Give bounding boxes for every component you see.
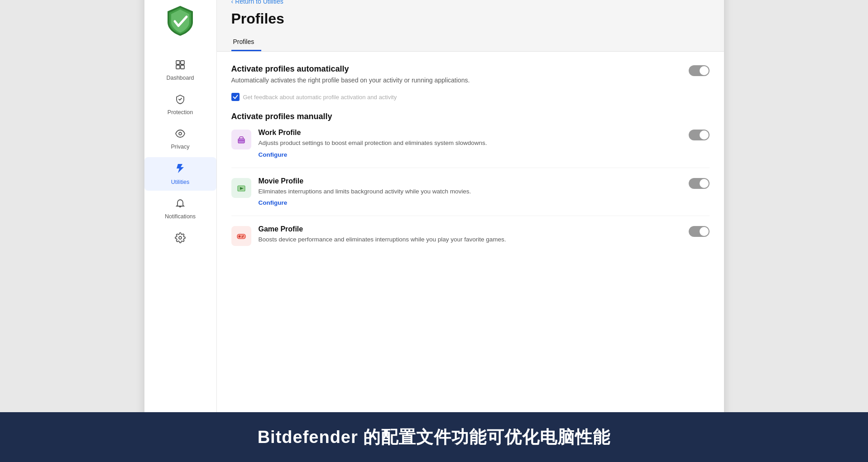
sidebar-item-notifications[interactable]: Notifications bbox=[144, 192, 216, 225]
main-header: ‹ Return to Utilities Profiles Profiles bbox=[217, 0, 724, 52]
feedback-checkbox-row: Get feedback about automatic profile act… bbox=[231, 93, 710, 101]
app-logo bbox=[162, 2, 198, 40]
game-profile-icon bbox=[231, 226, 251, 246]
sidebar-utilities-label: Utilities bbox=[171, 179, 189, 185]
auto-activate-title: Activate profiles automatically bbox=[231, 64, 680, 74]
sidebar-dashboard-label: Dashboard bbox=[166, 75, 194, 81]
sidebar-privacy-label: Privacy bbox=[171, 144, 190, 150]
movie-configure-link[interactable]: Configure bbox=[259, 199, 288, 206]
sidebar-item-dashboard[interactable]: Dashboard bbox=[144, 54, 216, 87]
svg-point-5 bbox=[179, 236, 182, 239]
sidebar-item-protection[interactable]: Protection bbox=[144, 88, 216, 121]
auto-activate-desc: Automatically activates the right profil… bbox=[231, 77, 680, 84]
movie-profile-toggle[interactable] bbox=[689, 178, 710, 189]
movie-profile-text: Movie Profile Eliminates interruptions a… bbox=[259, 177, 681, 207]
work-profile-icon bbox=[231, 130, 251, 149]
movie-profile-name: Movie Profile bbox=[259, 177, 681, 185]
content-area: Activate profiles automatically Automati… bbox=[217, 52, 724, 424]
page-title: Profiles bbox=[231, 10, 710, 27]
movie-profile-desc: Eliminates interruptions and limits back… bbox=[259, 187, 681, 196]
sidebar-nav: Dashboard Protection bbox=[144, 54, 216, 250]
work-profile-row: Work Profile Adjusts product settings to… bbox=[231, 129, 710, 168]
game-profile-name: Game Profile bbox=[259, 225, 681, 233]
privacy-icon bbox=[175, 128, 186, 141]
sidebar-protection-label: Protection bbox=[168, 109, 193, 116]
sidebar-item-settings[interactable] bbox=[144, 227, 216, 250]
movie-profile-row: Movie Profile Eliminates interruptions a… bbox=[231, 177, 710, 217]
protection-icon bbox=[175, 94, 186, 106]
svg-point-13 bbox=[242, 236, 243, 236]
chevron-left-icon: ‹ bbox=[231, 0, 234, 5]
game-profile-row: Game Profile Boosts device performance a… bbox=[231, 225, 710, 256]
settings-icon bbox=[175, 232, 186, 245]
bottom-banner: Bitdefender 的配置文件功能可优化电脑性能 bbox=[0, 412, 868, 462]
notifications-icon bbox=[175, 198, 186, 211]
sidebar-notifications-label: Notifications bbox=[165, 213, 196, 220]
feedback-checkbox[interactable] bbox=[231, 93, 240, 101]
movie-profile-icon bbox=[231, 178, 251, 198]
tab-profiles[interactable]: Profiles bbox=[231, 34, 262, 51]
svg-rect-2 bbox=[176, 65, 180, 69]
auto-activate-toggle[interactable] bbox=[689, 65, 710, 76]
game-profile-text: Game Profile Boosts device performance a… bbox=[259, 225, 681, 247]
manual-activate-title: Activate profiles manually bbox=[231, 112, 710, 121]
work-profile-desc: Adjusts product settings to boost email … bbox=[259, 139, 681, 148]
dashboard-icon bbox=[175, 59, 186, 72]
svg-rect-1 bbox=[181, 61, 184, 64]
work-configure-link[interactable]: Configure bbox=[259, 151, 288, 158]
auto-activate-row: Activate profiles automatically Automati… bbox=[231, 64, 710, 89]
work-profile-toggle[interactable] bbox=[689, 130, 710, 140]
main-content: ‹ Return to Utilities Profiles Profiles … bbox=[217, 0, 724, 424]
game-profile-desc: Boosts device performance and eliminates… bbox=[259, 235, 681, 244]
tabs-bar: Profiles bbox=[231, 34, 710, 51]
sidebar: Dashboard Protection bbox=[144, 0, 217, 424]
back-link[interactable]: ‹ Return to Utilities bbox=[231, 0, 710, 5]
svg-point-14 bbox=[241, 236, 242, 237]
feedback-label: Get feedback about automatic profile act… bbox=[243, 94, 397, 101]
bottom-banner-text: Bitdefender 的配置文件功能可优化电脑性能 bbox=[258, 426, 611, 449]
game-profile-toggle[interactable] bbox=[689, 226, 710, 237]
svg-rect-0 bbox=[176, 61, 180, 64]
work-profile-text: Work Profile Adjusts product settings to… bbox=[259, 129, 681, 159]
utilities-icon bbox=[174, 163, 186, 176]
svg-rect-3 bbox=[181, 65, 184, 69]
back-link-label: Return to Utilities bbox=[235, 0, 283, 5]
sidebar-item-privacy[interactable]: Privacy bbox=[144, 123, 216, 155]
svg-rect-6 bbox=[238, 139, 245, 143]
work-profile-name: Work Profile bbox=[259, 129, 681, 137]
sidebar-item-utilities[interactable]: Utilities bbox=[144, 157, 216, 191]
svg-point-4 bbox=[179, 132, 182, 135]
